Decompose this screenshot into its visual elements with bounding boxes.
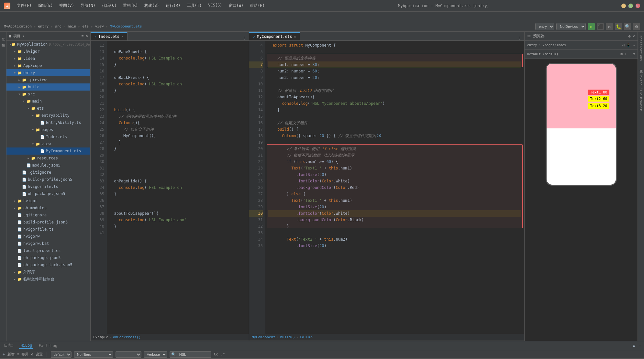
run-button[interactable]: ▶ [588,23,595,30]
tree-item[interactable]: ▸📁AppScope [6,62,90,69]
preview-close-icon[interactable]: × [633,34,635,38]
tree-label: oh-package.json5 [28,191,65,196]
collapse-icon[interactable]: ≡ [82,34,84,38]
menu-item-重构[interactable]: 重构(R) [122,2,139,9]
zoom-in-icon[interactable]: + [625,52,627,56]
structure-tab[interactable]: 结构 [0,38,6,43]
tree-item[interactable]: ▾📁entry [6,69,90,76]
tree-item[interactable]: 📄hvigorw.bat [6,240,90,247]
editor1-menu[interactable]: ⋮ [240,36,249,40]
tree-item[interactable]: 📄local.properties [6,247,90,254]
grid-icon[interactable]: ⊞ [621,52,623,56]
menu-item-帮助[interactable]: 帮助(H) [249,2,266,9]
tree-item[interactable]: ▸📁.idea [6,55,90,62]
tree-item[interactable]: 📄EntryAbility.ts [6,119,90,126]
close-btn[interactable]: × [636,4,640,8]
tree-item[interactable]: ▸📁临时文件和控制台 [6,276,90,283]
editor1-code[interactable]: 1213141516171819202122232425262728293031… [91,41,249,334]
tree-item[interactable]: ▾📁entryability [6,112,90,119]
bookmarks-tab[interactable]: 书签 [0,33,6,38]
log-settings-icon[interactable]: ⚙ [633,343,635,348]
menu-item-运行[interactable]: 运行(R) [164,2,182,9]
filter-select[interactable]: No filters [74,351,113,358]
menu-item-视图[interactable]: 视图(V) [58,2,75,9]
menu-item-导航[interactable]: 导航(N) [79,2,97,9]
editor2-code[interactable]: 4567891011121314151617181920212223242526… [249,41,524,334]
regex-toggle[interactable]: .* [221,352,225,356]
code-content-1[interactable]: onPageShow() { console.log('HSL Example … [107,41,249,334]
settings-button[interactable]: ⚙ [633,23,640,30]
debug-button[interactable]: 🐛 [615,23,622,30]
maximize-btn[interactable]: □ [628,4,633,8]
tree-item[interactable]: 📄MyComponent.ets [6,147,90,155]
tab-mycomponent-ets[interactable]: ✓ MyComponent.ets × [249,32,300,40]
stop-button[interactable]: ⬛ [597,23,604,30]
tree-item[interactable]: 📄Index.ets [6,133,90,140]
tree-item[interactable]: ▾📁ets [6,105,90,112]
device-select[interactable]: No Devices [556,23,586,30]
code-content-2[interactable]: export struct MyComponent { // 要显示的文字内容 … [265,41,524,334]
tree-item[interactable]: 📄build-profile.json5 [6,219,90,226]
tree-item[interactable]: 📄hvigorfile.ts [6,226,90,233]
arrange-icon[interactable]: ≡ 布局 [17,352,28,357]
menu-item-VCS[interactable]: VCS(S) [207,2,223,9]
menu-item-代码[interactable]: 代码(C) [101,2,118,9]
tree-arrow-icon: ▾ [18,92,22,96]
log-tab-faultlog[interactable]: FaultLog [37,343,59,349]
minimize-btn[interactable]: _ [621,4,626,8]
level-select[interactable]: Verbose [144,351,167,358]
tree-item[interactable]: ▾📁view [6,140,90,147]
editor2-menu[interactable]: ⋮ [515,36,524,40]
tree-item[interactable]: ▾📁MyApplicationD:\002_Project\014_DevEco… [6,41,90,48]
empty-select[interactable] [116,351,141,358]
fit-icon[interactable]: ⊡ [633,52,635,56]
case-toggle[interactable]: Cc [214,352,218,356]
more-icon[interactable]: ⋯ [633,43,635,47]
preview-settings-icon[interactable]: ⚙ [628,34,631,38]
tree-item[interactable]: ▸📁hvigor [6,197,90,204]
tree-item[interactable]: 📄module.json5 [6,162,90,169]
reload-button[interactable]: ↺ [606,23,613,30]
menu-item-文件[interactable]: 文件(F) [16,2,33,9]
tree-item[interactable]: 📄build-profile.json5 [6,176,90,183]
phone-icon[interactable]: 📱 [626,43,631,47]
zoom-out-icon[interactable]: − [629,52,631,56]
device-filter-select[interactable]: default [51,351,72,358]
menu-item-工具[interactable]: 工具(T) [186,2,203,9]
tree-item[interactable]: ▸📁oh_modules [6,204,90,212]
settings-label[interactable]: ⚙ 设置 [31,352,42,357]
settings-icon[interactable]: ⚙ [85,34,88,38]
tree-item[interactable]: ▸📁外部库 [6,268,90,276]
tab-index-ets[interactable]: ✓ Index.ets × [91,32,128,40]
device-file-label[interactable]: Device File Browser [638,71,643,113]
tree-item[interactable]: ▸📁.preview [6,76,90,83]
keyword: build [277,127,289,132]
log-minimize-icon[interactable]: − [639,343,641,348]
search-button[interactable]: 🔍 [624,23,631,30]
prev-icon[interactable]: ◁ [622,43,625,47]
tree-item[interactable]: ▸📁build [6,83,90,91]
tree-item[interactable]: 📄.gitignore [6,169,90,176]
tree-item[interactable]: 📄.gitignore [6,212,90,219]
tree-item[interactable]: 📄oh-package-lock.json5 [6,261,90,268]
add-icon[interactable]: + [3,352,5,357]
close-tab-icon[interactable]: × [121,35,123,38]
tree-item[interactable]: ▸📁.hvigor [6,48,90,55]
preview-sidebar-label[interactable]: 预览器 [638,65,644,70]
tree-item[interactable]: 📄oh-package.json5 [6,254,90,261]
menu-item-编辑[interactable]: 编辑(E) [37,2,54,9]
notifications-label[interactable]: Notifications [638,33,643,63]
tree-item[interactable]: 📄hvigorw [6,233,90,240]
tree-item[interactable]: ▾📁src [6,91,90,98]
tree-item[interactable]: ▾📁main [6,98,90,105]
log-search-input[interactable] [177,351,210,358]
module-select[interactable]: entry [535,23,554,30]
close-tab2-icon[interactable]: × [294,35,296,38]
tree-item[interactable]: ▸📁resources [6,155,90,162]
log-tab-hilog[interactable]: HiLog [19,343,33,349]
tree-item[interactable]: 📄oh-package.json5 [6,190,90,197]
tree-item[interactable]: ▾📁pages [6,126,90,133]
menu-item-构建[interactable]: 构建(B) [143,2,161,9]
menu-item-窗口[interactable]: 窗口(W) [228,2,245,9]
tree-item[interactable]: 📄hvigorfile.ts [6,183,90,190]
